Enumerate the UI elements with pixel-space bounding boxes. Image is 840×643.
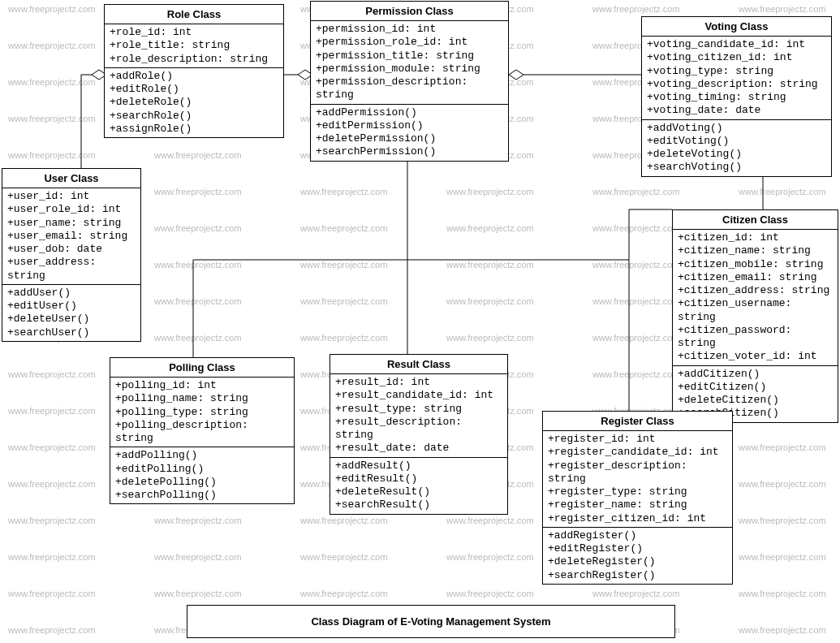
class-attribute: +result_type: string (335, 403, 502, 416)
class-citizen: Citizen Class+citizen_id: int+citizen_na… (672, 209, 838, 423)
class-user: User Class+user_id: int+user_role_id: in… (2, 168, 141, 342)
class-attribute: +permission_description: string (316, 76, 503, 102)
class-attribute: +voting_date: date (647, 104, 826, 117)
class-title: User Class (2, 169, 140, 188)
class-attribute: +citizen_voter_id: int (678, 350, 833, 363)
class-attribute: +role_title: string (110, 39, 278, 52)
class-title: Result Class (330, 355, 507, 374)
class-operation: +addRegister() (548, 529, 727, 542)
class-voting: Voting Class+voting_candidate_id: int+vo… (641, 16, 832, 177)
class-attribute: +user_role_id: int (7, 203, 136, 216)
class-attribute: +user_name: string (7, 217, 136, 230)
class-operation: +addResult() (335, 460, 502, 473)
class-operation: +deleteRegister() (548, 555, 727, 568)
class-attribute: +polling_description: string (115, 419, 289, 446)
class-operation: +searchResult() (335, 498, 502, 511)
class-attribute: +citizen_name: string (678, 244, 833, 257)
class-operation: +addPermission() (316, 106, 503, 119)
class-operation: +editVoting() (647, 135, 826, 148)
class-attribute: +permission_module: string (316, 63, 503, 76)
class-operation: +searchRegister() (548, 569, 727, 582)
class-operation: +searchPermission() (316, 145, 503, 158)
class-attribute: +polling_type: string (115, 406, 289, 419)
class-operation: +searchRole() (110, 110, 278, 123)
diagram-title: Class Diagram of E-Voting Management Sys… (187, 605, 675, 638)
class-operations: +addUser()+editUser()+deleteUser()+searc… (2, 284, 140, 341)
class-operation: +searchVoting() (647, 161, 826, 174)
class-polling: Polling Class+polling_id: int+polling_na… (110, 357, 295, 504)
class-operation: +editPolling() (115, 463, 289, 476)
diagram-title-text: Class Diagram of E-Voting Management Sys… (311, 615, 550, 628)
class-attribute: +register_citizen_id: int (548, 512, 727, 525)
class-attribute: +citizen_address: string (678, 284, 833, 297)
class-attributes: +user_id: int+user_role_id: int+user_nam… (2, 188, 140, 284)
class-attributes: +permission_id: int+permission_role_id: … (311, 21, 508, 104)
class-attribute: +result_date: date (335, 442, 502, 455)
class-operation: +deletePolling() (115, 476, 289, 489)
class-operation: +editPermission() (316, 119, 503, 132)
class-attribute: +register_id: int (548, 433, 727, 446)
class-operation: +searchPolling() (115, 489, 289, 502)
class-register: Register Class+register_id: int+register… (542, 411, 733, 585)
class-title: Register Class (543, 412, 732, 431)
class-operations: +addVoting()+editVoting()+deleteVoting()… (642, 119, 831, 176)
class-operation: +editRole() (110, 83, 278, 96)
class-title: Role Class (105, 5, 283, 24)
class-operation: +editResult() (335, 473, 502, 485)
class-attributes: +role_id: int+role_title: string+role_de… (105, 24, 283, 67)
class-attribute: +role_description: string (110, 53, 278, 66)
class-attribute: +voting_type: string (647, 65, 826, 78)
class-attribute: +permission_role_id: int (316, 36, 503, 49)
class-operation: +deleteRole() (110, 96, 278, 109)
class-attribute: +user_id: int (7, 190, 136, 203)
class-attribute: +polling_id: int (115, 379, 289, 392)
class-operation: +deleteVoting() (647, 148, 826, 161)
class-attribute: +citizen_id: int (678, 231, 833, 244)
class-attributes: +voting_candidate_id: int+voting_citizen… (642, 37, 831, 119)
class-operation: +deleteResult() (335, 485, 502, 498)
class-title: Voting Class (642, 17, 831, 37)
class-attribute: +polling_name: string (115, 392, 289, 405)
class-operation: +addPolling() (115, 449, 289, 462)
class-title: Citizen Class (673, 210, 838, 230)
class-operations: +addRole()+editRole()+deleteRole()+searc… (105, 67, 283, 137)
class-result: Result Class+result_id: int+result_candi… (330, 354, 508, 515)
class-operation: +assignRole() (110, 123, 278, 136)
class-attribute: +citizen_email: string (678, 271, 833, 284)
class-operation: +editUser() (7, 300, 136, 313)
class-attribute: +register_description: string (548, 460, 727, 486)
class-operation: +addVoting() (647, 122, 826, 135)
class-attribute: +voting_candidate_id: int (647, 38, 826, 51)
class-attribute: +user_dob: date (7, 243, 136, 256)
class-attribute: +voting_description: string (647, 78, 826, 91)
class-attribute: +permission_title: string (316, 50, 503, 63)
class-attribute: +user_address: string (7, 256, 136, 283)
class-attribute: +register_type: string (548, 485, 727, 498)
class-attribute: +permission_id: int (316, 23, 503, 36)
class-attribute: +result_description: string (335, 416, 502, 442)
class-attribute: +result_candidate_id: int (335, 389, 502, 402)
class-operation: +deletePermission() (316, 132, 503, 145)
class-operation: +addUser() (7, 287, 136, 300)
class-attribute: +voting_timing: string (647, 91, 826, 104)
class-attributes: +result_id: int+result_candidate_id: int… (330, 374, 507, 457)
class-operation: +editCitizen() (678, 381, 833, 394)
class-attributes: +register_id: int+register_candidate_id:… (543, 431, 732, 527)
class-attribute: +user_email: string (7, 230, 136, 243)
class-operation: +deleteCitizen() (678, 394, 833, 407)
class-title: Permission Class (311, 2, 508, 21)
class-operations: +addPermission()+editPermission()+delete… (311, 104, 508, 161)
class-operation: +deleteUser() (7, 313, 136, 326)
class-attributes: +polling_id: int+polling_name: string+po… (110, 378, 294, 447)
class-permission: Permission Class+permission_id: int+perm… (310, 1, 509, 162)
class-attributes: +citizen_id: int+citizen_name: string+ci… (673, 230, 838, 365)
class-title: Polling Class (110, 358, 294, 378)
class-attribute: +citizen_password: string (678, 324, 833, 351)
class-operation: +addRole() (110, 70, 278, 83)
class-attribute: +voting_citizen_id: int (647, 51, 826, 64)
class-attribute: +citizen_username: string (678, 297, 833, 324)
class-operations: +addRegister()+editRegister()+deleteRegi… (543, 527, 732, 584)
class-operation: +editRegister() (548, 542, 727, 555)
class-attribute: +register_name: string (548, 498, 727, 511)
class-attribute: +citizen_mobile: string (678, 258, 833, 271)
